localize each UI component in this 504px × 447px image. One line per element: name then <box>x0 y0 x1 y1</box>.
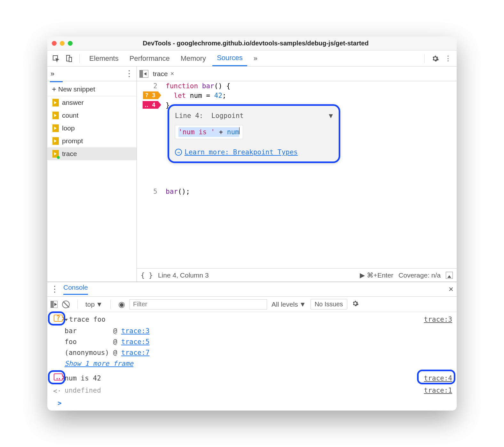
stack-frame: bar @ trace:3 <box>47 325 457 336</box>
live-expression-icon[interactable]: ◉ <box>118 300 125 309</box>
new-snippet-button[interactable]: + New snippet <box>47 82 137 96</box>
maximize-icon[interactable] <box>68 41 73 46</box>
issues-button[interactable]: No Issues <box>311 299 347 310</box>
modified-dot-icon <box>57 156 60 159</box>
new-snippet-label: New snippet <box>58 85 95 93</box>
tab-memory[interactable]: Memory <box>176 51 210 66</box>
coverage-label: Coverage: n/a <box>398 271 441 279</box>
line-number[interactable]: 2 <box>137 81 157 91</box>
svg-rect-2 <box>69 57 72 62</box>
tab-sources[interactable]: Sources <box>212 51 247 66</box>
main-toolbar: Elements Performance Memory Sources » ⋮ <box>47 51 457 67</box>
close-icon[interactable] <box>52 41 57 46</box>
pretty-print-icon[interactable]: { } <box>141 271 153 279</box>
prompt-caret-icon: > <box>52 398 62 409</box>
arrow-right-circle-icon: → <box>175 149 182 156</box>
line-number[interactable]: ‥ 4 <box>137 100 157 110</box>
devtools-window: DevTools - googlechrome.github.io/devtoo… <box>47 36 457 411</box>
filter-input[interactable] <box>130 299 267 310</box>
log-levels-dropdown[interactable]: All levels ▼ <box>272 301 306 308</box>
console-output: ? trace foo trace:3 bar @ trace:3 foo @ … <box>47 312 457 411</box>
source-link[interactable]: trace:3 <box>121 327 150 335</box>
editor-tab-trace[interactable]: trace × <box>152 70 175 78</box>
toggle-navigator-icon[interactable] <box>139 70 148 78</box>
minimize-icon[interactable] <box>60 41 65 46</box>
tab-elements[interactable]: Elements <box>85 51 123 66</box>
breakpoint-type-dropdown[interactable]: Logpoint <box>211 111 244 121</box>
context-selector[interactable]: top ▼ <box>85 301 103 308</box>
breakpoint-edit-popup: Line 4: Logpoint ▼ 'num is ' + num → Lea… <box>168 104 340 163</box>
sidebar-more-icon[interactable]: ⋮ <box>125 69 133 79</box>
snippet-icon <box>52 124 59 132</box>
console-row: <· undefined trace:1 <box>47 384 457 397</box>
logpoint-badge-icon: ‥ <box>54 373 63 380</box>
console-prompt[interactable]: > <box>47 397 457 409</box>
conditional-breakpoint-badge-icon: ? <box>54 315 63 322</box>
source-link[interactable]: trace:7 <box>121 349 150 357</box>
file-item-trace[interactable]: trace <box>47 147 137 160</box>
device-icon[interactable] <box>63 53 74 64</box>
file-item-answer[interactable]: answer <box>47 96 137 109</box>
close-tab-icon[interactable]: × <box>170 70 174 77</box>
snippet-icon <box>52 137 59 145</box>
return-value-icon: <· <box>53 386 61 396</box>
popup-line-label: Line 4: <box>175 111 203 121</box>
run-hint[interactable]: ▶ ⌘+Enter <box>360 271 393 279</box>
code-editor[interactable]: 2 ? 3 ‥ 4 5 function bar() { let num = 4… <box>137 81 457 268</box>
titlebar: DevTools - googlechrome.github.io/devtoo… <box>47 36 457 51</box>
snippet-icon <box>52 112 59 119</box>
conditional-breakpoint-icon[interactable]: ? 3 <box>143 91 158 99</box>
tab-overflow[interactable]: » <box>249 51 262 66</box>
gear-icon[interactable] <box>352 300 359 309</box>
editor-status-bar: { } Line 4, Column 3 ▶ ⌘+Enter Coverage:… <box>137 268 457 282</box>
tab-performance[interactable]: Performance <box>125 51 174 66</box>
editor-area: trace × 2 ? 3 ‥ 4 5 function bar() { let… <box>137 67 457 282</box>
clear-console-icon[interactable] <box>62 301 70 308</box>
plus-icon: + <box>52 85 56 94</box>
learn-more-link[interactable]: Learn more: Breakpoint Types <box>185 147 298 157</box>
cursor-position: Line 4, Column 3 <box>158 271 209 279</box>
editor-tabs: trace × <box>137 67 457 81</box>
source-link[interactable]: trace:1 <box>424 385 452 396</box>
logpoint-expression-input[interactable]: 'num is ' + num <box>175 125 243 139</box>
line-number[interactable]: 5 <box>137 187 157 196</box>
console-panel: ⋮ Console × top ▼ ◉ All levels ▼ No Issu… <box>47 282 457 411</box>
window-title: DevTools - googlechrome.github.io/devtoo… <box>78 40 452 47</box>
sidebar: » ⋮ + New snippet answer count loop prom… <box>47 67 137 282</box>
chevron-down-icon[interactable]: ▼ <box>329 111 333 121</box>
kebab-icon[interactable]: ⋮ <box>443 53 453 64</box>
show-sidebar-icon[interactable] <box>51 301 58 308</box>
sidebar-header: » ⋮ <box>47 67 137 81</box>
inspect-icon[interactable] <box>51 53 61 64</box>
console-more-icon[interactable]: ⋮ <box>51 284 59 294</box>
file-item-prompt[interactable]: prompt <box>47 135 137 147</box>
line-number[interactable]: ? 3 <box>137 91 157 100</box>
tab-console[interactable]: Console <box>63 284 88 295</box>
console-row: ‥ num is 42 trace:4 <box>47 372 457 384</box>
stack-frame: (anonymous) @ trace:7 <box>47 347 457 358</box>
file-list: answer count loop prompt trace <box>47 96 137 160</box>
close-drawer-icon[interactable]: × <box>449 284 453 294</box>
sidebar-overflow[interactable]: » <box>51 70 54 78</box>
disclosure-triangle-icon[interactable] <box>65 319 68 321</box>
show-more-frames[interactable]: Show 1 more frame <box>47 358 457 369</box>
file-item-count[interactable]: count <box>47 109 137 122</box>
stack-frame: foo @ trace:5 <box>47 336 457 347</box>
file-item-loop[interactable]: loop <box>47 122 137 135</box>
gear-icon[interactable] <box>430 53 441 64</box>
source-link[interactable]: trace:4 <box>424 373 452 384</box>
console-row: ? trace foo trace:3 <box>47 313 457 325</box>
logpoint-icon[interactable]: ‥ 4 <box>143 101 158 109</box>
snippet-icon <box>52 99 59 106</box>
source-link[interactable]: trace:5 <box>121 338 150 346</box>
show-side-panel-icon[interactable] <box>446 272 453 279</box>
console-toolbar: top ▼ ◉ All levels ▼ No Issues <box>47 297 457 312</box>
source-link[interactable]: trace:3 <box>424 314 452 325</box>
